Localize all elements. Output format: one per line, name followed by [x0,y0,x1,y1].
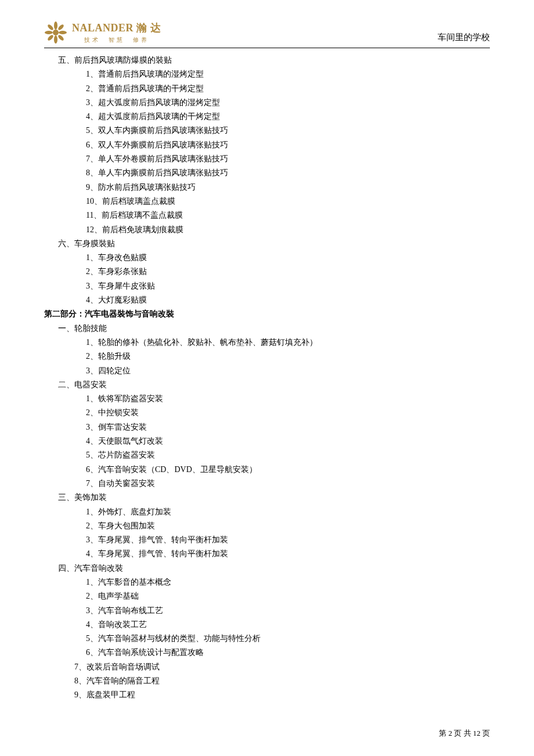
list-item: 3、车身犀牛皮张贴 [44,279,490,293]
list-item: 8、单人车内撕膜前后挡风玻璃张贴技巧 [44,166,490,180]
list-item: 12、前后档免玻璃划痕裁膜 [44,223,490,237]
list-item: 1、轮胎的修补（热硫化补、胶贴补、帆布垫补、蘑菇钉填充补） [44,336,490,350]
list-item: 3、车身尾翼、排气管、转向平衡杆加装 [44,533,490,547]
section-6-title: 六、车身膜裝贴 [44,237,490,251]
list-item: 3、倒车雷达安装 [44,420,490,434]
section-p2-3-title: 三、美饰加装 [44,491,490,505]
lotus-logo-icon [44,21,67,44]
svg-point-6 [57,24,65,31]
brand-line: NALANDER 瀚 达 [72,21,161,35]
section-p2-4-title: 四、汽车音响改裝 [44,561,490,575]
list-item: 6、汽车音响系统设计与配置攻略 [44,646,490,660]
page-header: NALANDER 瀚 达 技术 智慧 修养 车间里的学校 [0,21,534,44]
svg-point-7 [47,34,55,42]
list-item: 5、芯片防盗器安装 [44,448,490,462]
section-5-title: 五、前后挡风玻璃防爆膜的裝贴 [44,53,490,67]
list-item: 2、车身大包围加装 [44,519,490,533]
list-item: 1、车身改色贴膜 [44,251,490,265]
list-item: 4、车身尾翼、排气管、转向平衡杆加装 [44,547,490,561]
brand-cn: 瀚 达 [136,22,161,34]
list-item: 4、音响改装工艺 [44,618,490,632]
list-item: 9、底盘装甲工程 [44,688,490,702]
list-item: 1、普通前后挡风玻璃的湿烤定型 [44,67,490,81]
logo-text: NALANDER 瀚 达 技术 智慧 修养 [72,21,161,44]
list-item: 6、双人车外撕膜前后挡风玻璃张贴技巧 [44,138,490,152]
svg-point-8 [57,34,65,42]
list-item: 2、中控锁安装 [44,406,490,420]
list-item: 7、改装后音响音场调试 [44,660,490,674]
list-item: 10、前后档玻璃盖点裁膜 [44,195,490,208]
header-rule [44,48,490,48]
list-item: 11、前后档玻璃不盖点裁膜 [44,208,490,222]
list-item: 1、外饰灯、底盘灯加装 [44,505,490,519]
section-p2-1-title: 一、轮胎技能 [44,322,490,336]
logo-block: NALANDER 瀚 达 技术 智慧 修养 [44,21,161,44]
list-item: 8、汽车音响的隔音工程 [44,674,490,688]
list-item: 5、双人车内撕膜前后挡风玻璃张贴技巧 [44,124,490,138]
list-item: 2、普通前后挡风玻璃的干烤定型 [44,82,490,96]
header-right-text: 车间里的学校 [438,32,490,44]
section-p2-2-title: 二、电器安装 [44,378,490,392]
brand-tagline: 技术 智慧 修养 [72,36,161,44]
svg-point-0 [53,30,59,35]
svg-point-4 [59,31,67,34]
list-item: 3、超大弧度前后挡风玻璃的湿烤定型 [44,96,490,110]
list-item: 9、防水前后挡风玻璃张贴技巧 [44,181,490,195]
list-item: 3、汽车音响布线工艺 [44,604,490,618]
list-item: 3、四轮定位 [44,364,490,378]
list-item: 7、单人车外卷膜前后挡风玻璃张贴技巧 [44,152,490,166]
list-item: 7、自动关窗器安装 [44,477,490,491]
document-body: 五、前后挡风玻璃防爆膜的裝贴 1、普通前后挡风玻璃的湿烤定型 2、普通前后挡风玻… [44,53,490,703]
svg-point-5 [47,24,55,31]
svg-point-2 [54,35,57,44]
part-2-heading: 第二部分：汽车电器裝饰与音响改裝 [44,307,490,321]
list-item: 4、超大弧度前后挡风玻璃的干烤定型 [44,110,490,124]
svg-point-1 [54,21,57,30]
list-item: 1、汽车影音的基本概念 [44,575,490,589]
list-item: 1、铁将军防盗器安装 [44,392,490,406]
brand-en: NALANDER [72,22,134,34]
svg-point-3 [45,31,53,34]
page-footer: 第 2 页 共 12 页 [439,728,490,739]
list-item: 2、车身彩条张贴 [44,265,490,279]
list-item: 2、电声学基础 [44,589,490,603]
list-item: 6、汽车音响安装（CD、DVD、卫星导航安装） [44,463,490,477]
list-item: 4、大灯魔彩贴膜 [44,293,490,307]
list-item: 2、轮胎升级 [44,350,490,363]
list-item: 4、天使眼氙气灯改装 [44,434,490,448]
list-item: 5、汽车音响器材与线材的类型、功能与特性分析 [44,632,490,646]
